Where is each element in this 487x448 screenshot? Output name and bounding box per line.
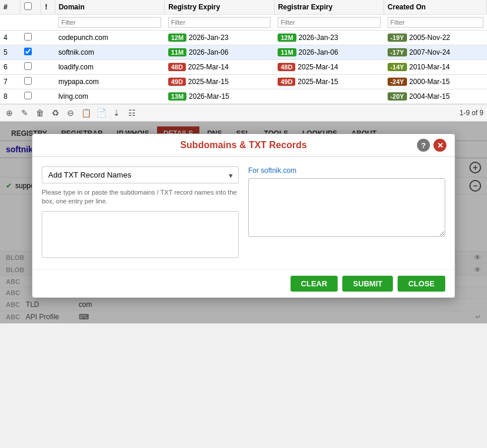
row-domain: codepunch.com <box>55 31 164 45</box>
txt-results-textarea[interactable] <box>248 178 445 237</box>
modal-close-icon-button[interactable]: ✕ <box>433 139 446 152</box>
row-checkbox-cell[interactable] <box>21 75 41 89</box>
clear-button[interactable]: CLEAR <box>291 276 338 292</box>
filter-created-on[interactable] <box>388 17 483 28</box>
row-excl <box>41 45 55 60</box>
col-header-registrar-expiry: Registrar Expiry <box>274 0 383 15</box>
row-registrar-expiry <box>274 89 383 104</box>
row-registrar-expiry: 11M2026-Jan-06 <box>274 45 383 60</box>
submit-button[interactable]: SUBMIT <box>342 276 393 292</box>
col-header-domain: Domain <box>55 0 164 15</box>
modal-help-button[interactable]: ? <box>417 139 430 152</box>
row-checkbox[interactable] <box>24 48 32 55</box>
row-registry-expiry: 11M2026-Jan-06 <box>165 45 274 60</box>
row-num: 5 <box>0 45 21 60</box>
col-header-excl: ! <box>41 0 55 15</box>
row-checkbox-cell[interactable] <box>21 31 41 45</box>
row-checkbox-cell[interactable] <box>21 45 41 60</box>
modal-right-label: For softnik.com <box>248 166 445 175</box>
filter-registrar-expiry[interactable] <box>278 17 380 28</box>
col-header-registry-expiry: Registry Expiry <box>165 0 274 15</box>
row-created-on: -19Y2005-Nov-22 <box>384 31 487 45</box>
row-registrar-expiry: 48D2025-Mar-14 <box>274 60 383 75</box>
row-num: 4 <box>0 31 21 45</box>
modal-overlay: Subdomains & TXT Records ? ✕ Add TXT Rec… <box>0 122 487 323</box>
filter-domain[interactable] <box>58 17 161 28</box>
row-excl <box>41 31 55 45</box>
row-excl <box>41 89 55 104</box>
filter-registry-expiry[interactable] <box>168 17 271 28</box>
row-registrar-expiry: 49D2025-Mar-15 <box>274 75 383 89</box>
row-num: 6 <box>0 60 21 75</box>
row-checkbox-cell[interactable] <box>21 89 41 104</box>
subdomain-input-textarea[interactable] <box>42 211 239 258</box>
delete-icon[interactable]: 🗑 <box>34 107 46 119</box>
close-button[interactable]: CLOSE <box>398 276 445 292</box>
row-created-on: -24Y2000-Mar-15 <box>384 75 487 89</box>
txt-record-type-dropdown[interactable]: Add TXT Record Names <box>42 166 239 183</box>
subdomains-modal: Subdomains & TXT Records ? ✕ Add TXT Rec… <box>32 133 455 298</box>
row-domain: loadify.com <box>55 60 164 75</box>
add-icon[interactable]: ⊕ <box>4 107 15 119</box>
row-created-on: -14Y2010-Mar-14 <box>384 60 487 75</box>
row-excl <box>41 60 55 75</box>
refresh-icon[interactable]: ♻ <box>49 107 61 119</box>
row-registrar-expiry: 12M2026-Jan-23 <box>274 31 383 45</box>
row-num: 8 <box>0 89 21 104</box>
edit-icon[interactable]: ✎ <box>19 107 31 119</box>
row-registry-expiry: 49D2025-Mar-15 <box>165 75 274 89</box>
grid-icon[interactable]: ☷ <box>126 107 138 119</box>
row-checkbox[interactable] <box>24 77 32 85</box>
row-checkbox[interactable] <box>24 92 32 99</box>
row-checkbox-cell[interactable] <box>21 60 41 75</box>
row-registry-expiry: 48D2025-Mar-14 <box>165 60 274 75</box>
row-domain: softnik.com <box>55 45 164 60</box>
modal-title: Subdomains & TXT Records <box>41 140 446 151</box>
row-excl <box>41 75 55 89</box>
row-num: 7 <box>0 75 21 89</box>
pagination: 1-9 of 9 <box>459 109 483 117</box>
download-icon[interactable]: ⇣ <box>111 107 122 119</box>
col-header-hash: # <box>0 0 21 15</box>
minus-circle-icon[interactable]: ⊖ <box>65 107 76 119</box>
row-registry-expiry: 12M2026-Jan-23 <box>165 31 274 45</box>
row-created-on: -17Y2007-Nov-24 <box>384 45 487 60</box>
modal-hint-text: Please type in or paste the subdomains /… <box>42 188 239 206</box>
copy-icon[interactable]: 📋 <box>80 107 92 119</box>
col-header-created-on: Created On <box>384 0 487 15</box>
row-checkbox[interactable] <box>24 33 32 41</box>
row-created-on: -20Y2004-Mar-15 <box>384 89 487 104</box>
row-registry-expiry: 13M2026-Mar-15 <box>165 89 274 104</box>
row-checkbox[interactable] <box>24 62 32 70</box>
select-all-checkbox[interactable] <box>24 2 32 10</box>
row-domain: mypapa.com <box>55 75 164 89</box>
copy2-icon[interactable]: 📄 <box>95 107 107 119</box>
col-header-checkbox[interactable] <box>21 0 41 15</box>
row-domain: lving.com <box>55 89 164 104</box>
